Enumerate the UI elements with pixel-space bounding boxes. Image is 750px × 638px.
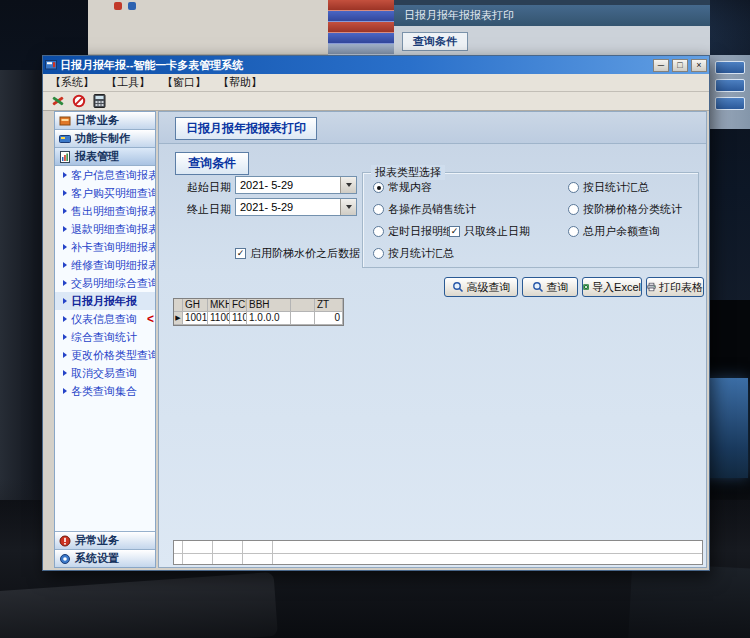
ladder-price-checkbox-label: 启用阶梯水价之后数据 <box>250 246 360 261</box>
background-window-body: 查询条件 <box>394 26 710 55</box>
button-label: 查询 <box>547 280 569 295</box>
menu-item-help[interactable]: 【帮助】 <box>214 75 266 90</box>
sidebar-section-report-management[interactable]: 报表管理 <box>55 148 155 166</box>
sidebar-item-sales-detail-report[interactable]: 售出明细查询报表 <box>55 202 155 220</box>
item-bullet-icon <box>63 226 67 232</box>
sidebar-section-daily-business[interactable]: 日常业务 <box>55 112 155 130</box>
menu-item-system[interactable]: 【系统】 <box>46 75 98 90</box>
sidebar-item-price-type-change-query[interactable]: 更改价格类型查询 <box>55 346 155 364</box>
grid-col-fcd[interactable]: FCD <box>230 299 247 312</box>
sidebar: 日常业务 功能卡制作 报表管理 <box>54 111 156 568</box>
ladder-price-checkbox[interactable]: ✓ 启用阶梯水价之后数据 <box>235 246 360 261</box>
item-bullet-icon <box>63 208 67 214</box>
sidebar-item-label: 客户购买明细查询 <box>71 186 155 201</box>
background-window-page-title: 日报月报年报报表打印 <box>394 5 710 26</box>
print-table-button[interactable]: 打印表格 <box>646 277 704 297</box>
radio-scheduled-daily-detail[interactable]: 定时日报明细 <box>373 224 454 239</box>
grid-col-gh[interactable]: GH <box>183 299 208 312</box>
sidebar-item-query-collection[interactable]: 各类查询集合 <box>55 382 155 400</box>
bottom-empty-grid[interactable] <box>173 540 703 565</box>
radio-daily-summary[interactable]: 按日统计汇总 <box>568 180 649 195</box>
system-settings-icon <box>59 553 71 565</box>
menu-item-tools[interactable]: 【工具】 <box>102 75 154 90</box>
item-bullet-icon <box>63 388 67 394</box>
checkbox-label: 只取终止日期 <box>464 224 530 239</box>
radio-total-user-balance-query[interactable]: 总用户余额查询 <box>568 224 660 239</box>
radio-label: 按阶梯价格分类统计 <box>583 202 682 217</box>
grid-col-blank[interactable] <box>291 299 315 312</box>
grid-col-mkh[interactable]: MKH <box>208 299 230 312</box>
start-date-combo[interactable]: 2021- 5-29 <box>235 176 357 194</box>
sidebar-item-cancel-transaction-query[interactable]: 取消交易查询 <box>55 364 155 382</box>
background-sidebar-bar <box>328 44 394 55</box>
sidebar-item-label: 售出明细查询报表 <box>71 204 155 219</box>
caret-down-icon <box>346 183 352 187</box>
sidebar-item-comprehensive-query-stats[interactable]: 综合查询统计 <box>55 328 155 346</box>
tools-icon[interactable] <box>51 94 65 108</box>
query-conditions-title: 查询条件 <box>175 152 249 175</box>
grid-divider <box>174 553 702 554</box>
sidebar-item-customer-info-report[interactable]: 客户信息查询报表 <box>55 166 155 184</box>
radio-ladder-price-category-stats[interactable]: 按阶梯价格分类统计 <box>568 202 682 217</box>
sidebar-item-daily-monthly-annual-report[interactable]: 日报月报年报 <box>55 292 155 310</box>
window-content: 日常业务 功能卡制作 报表管理 <box>43 111 709 570</box>
end-date-value: 2021- 5-29 <box>236 201 340 213</box>
sidebar-item-transaction-detail-query[interactable]: 交易明细综合查询 <box>55 274 155 292</box>
item-bullet-icon <box>63 352 67 358</box>
menu-item-window[interactable]: 【窗口】 <box>158 75 210 90</box>
window-title: 日报月报年报--智能一卡多表管理系统 <box>60 58 650 73</box>
start-date-dropdown-button[interactable] <box>340 177 356 193</box>
sidebar-item-label: 补卡查询明细报表 <box>71 240 155 255</box>
radio-monthly-summary[interactable]: 按月统计汇总 <box>373 246 454 261</box>
sidebar-section-card-making[interactable]: 功能卡制作 <box>55 130 155 148</box>
background-edge-button <box>715 61 745 74</box>
export-excel-button[interactable]: 导入Excel <box>582 277 642 297</box>
grid-data-row[interactable]: ▶ 1001 1100 1100 1.0.0.0 0 <box>174 312 343 325</box>
end-date-only-checkbox[interactable]: ✓ 只取终止日期 <box>449 224 530 239</box>
sidebar-item-label: 日报月报年报 <box>71 294 137 309</box>
sidebar-item-repair-detail-report[interactable]: 维修查询明细报表 <box>55 256 155 274</box>
sidebar-section-system-settings[interactable]: 系统设置 <box>55 549 155 567</box>
window-titlebar[interactable]: 日报月报年报--智能一卡多表管理系统 ─ □ × <box>43 56 709 74</box>
magnifier-icon <box>452 281 464 293</box>
stop-icon[interactable] <box>72 94 86 108</box>
radio-operator-sales-stats[interactable]: 各操作员销售统计 <box>373 202 476 217</box>
query-button[interactable]: 查询 <box>522 277 578 297</box>
background-edge-button <box>715 79 745 92</box>
sidebar-item-card-reissue-detail-report[interactable]: 补卡查询明细报表 <box>55 238 155 256</box>
report-type-title: 报表类型选择 <box>371 165 445 180</box>
background-sidebar-bar <box>328 33 394 44</box>
sidebar-item-meter-info-query[interactable]: 仪表信息查询 < <box>55 310 155 328</box>
close-button[interactable]: × <box>691 59 707 72</box>
minimize-button[interactable]: ─ <box>653 59 669 72</box>
item-bullet-icon <box>63 298 67 304</box>
radio-icon <box>568 182 579 193</box>
item-bullet-icon <box>63 172 67 178</box>
radio-regular-content[interactable]: 常规内容 <box>373 180 432 195</box>
page-title: 日报月报年报报表打印 <box>175 117 317 140</box>
sidebar-item-customer-purchase-detail[interactable]: 客户购买明细查询 <box>55 184 155 202</box>
button-label: 高级查询 <box>467 280 511 295</box>
end-date-dropdown-button[interactable] <box>340 199 356 215</box>
sidebar-section-abnormal-business[interactable]: 异常业务 <box>55 531 155 549</box>
radio-label: 定时日报明细 <box>388 224 454 239</box>
results-grid[interactable]: GH MKH FCD BBH ZT ▶ 1001 1100 1100 1.0.0… <box>173 298 344 326</box>
calculator-icon[interactable] <box>93 94 106 108</box>
advanced-query-button[interactable]: 高级查询 <box>444 277 518 297</box>
grid-col-zt[interactable]: ZT <box>315 299 343 312</box>
background-sidebar-bar <box>328 11 394 22</box>
grid-col-bbh[interactable]: BBH <box>247 299 291 312</box>
sidebar-item-label: 仪表信息查询 <box>71 312 137 327</box>
item-bullet-icon <box>63 244 67 250</box>
item-bullet-icon <box>63 190 67 196</box>
end-date-combo[interactable]: 2021- 5-29 <box>235 198 357 216</box>
sidebar-item-refund-detail-report[interactable]: 退款明细查询报表 <box>55 220 155 238</box>
sidebar-section-label: 功能卡制作 <box>75 131 130 146</box>
background-window: 日报月报年报报表打印 查询条件 <box>88 0 710 55</box>
maximize-button[interactable]: □ <box>672 59 688 72</box>
sidebar-section-label: 报表管理 <box>75 149 119 164</box>
sidebar-section-label: 异常业务 <box>75 533 119 548</box>
magnifier-icon <box>532 281 544 293</box>
sidebar-item-label: 各类查询集合 <box>71 384 137 399</box>
background-window-right-edge <box>710 55 750 129</box>
